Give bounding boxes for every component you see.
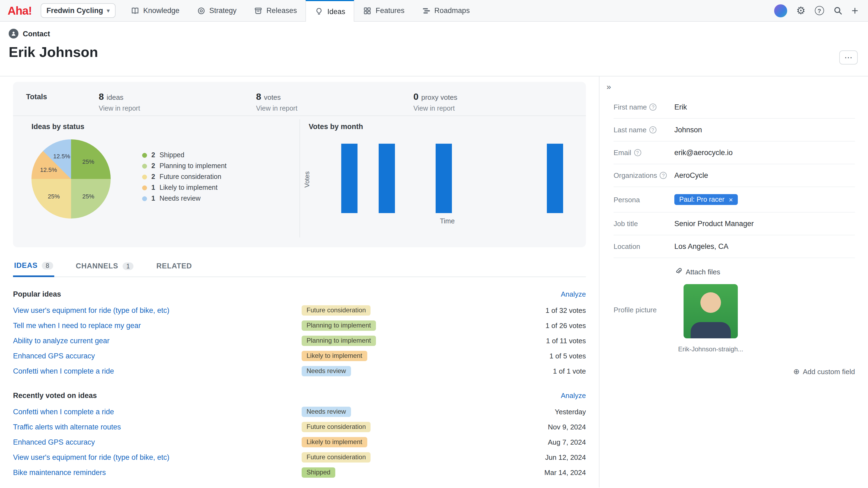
paperclip-icon: [674, 267, 682, 276]
field-value[interactable]: Los Angeles, CA: [674, 242, 855, 251]
analyze-link[interactable]: Analyze: [561, 391, 586, 400]
tab-label: RELATED: [156, 262, 192, 270]
field-label: Profile picture: [614, 267, 674, 353]
field-label: Location: [614, 242, 674, 251]
status-badge: Shipped: [302, 467, 335, 478]
bar: [378, 144, 395, 213]
idea-link[interactable]: Ability to analyze current gear: [13, 336, 302, 345]
totals-label: Totals: [26, 92, 99, 101]
status-badge: Needs review: [302, 366, 351, 376]
status-badge: Likely to implement: [302, 437, 367, 447]
field-value[interactable]: Senior Product Manager: [674, 220, 855, 228]
add-custom-field-link[interactable]: ⊕Add custom field: [614, 367, 855, 376]
field-label-text: Organizations: [614, 171, 657, 180]
persona-badge: Paul: Pro racer×: [674, 194, 738, 205]
stat-unit: votes: [264, 93, 281, 101]
legend-label: Shipped: [159, 151, 184, 159]
stat-unit: proxy votes: [421, 93, 457, 101]
view-in-report-link[interactable]: View in report: [256, 105, 413, 112]
recently-voted-section: Recently voted on ideas Analyze Confetti…: [13, 391, 586, 480]
idea-link[interactable]: Enhanced GPS accuracy: [13, 438, 302, 446]
gear-icon[interactable]: ⚙: [796, 5, 805, 16]
idea-link[interactable]: Tell me when I need to replace my gear: [13, 321, 302, 329]
legend-count: 2: [151, 162, 155, 170]
releases-icon: [254, 6, 262, 15]
contact-fields: First name?ErikLast name?JohnsonEmail?er…: [614, 96, 855, 258]
totals-stats: 8ideasView in report8votesView in report…: [99, 92, 571, 112]
remove-icon[interactable]: ×: [729, 196, 733, 203]
bar-chart-area: [324, 139, 572, 213]
workspace-selector[interactable]: Fredwin Cycling ▾: [40, 3, 116, 18]
add-icon[interactable]: +: [851, 5, 858, 16]
strategy-icon: [197, 6, 206, 15]
nav-item-ideas[interactable]: Ideas: [306, 0, 354, 22]
more-options-button[interactable]: ⋯: [839, 51, 858, 65]
info-icon[interactable]: ?: [650, 104, 657, 110]
idea-link[interactable]: View user's equipment for ride (type of …: [13, 306, 302, 314]
chart-title: Ideas by status: [31, 123, 300, 131]
nav-item-knowledge[interactable]: Knowledge: [122, 0, 188, 22]
analyze-link[interactable]: Analyze: [561, 290, 586, 298]
idea-link[interactable]: Traffic alerts with alternate routes: [13, 423, 302, 431]
aha-logo[interactable]: Aha!: [8, 4, 32, 17]
tab-channels[interactable]: CHANNELS1: [74, 259, 134, 276]
search-icon[interactable]: [833, 6, 842, 15]
info-icon[interactable]: ?: [660, 172, 667, 179]
totals-card: Totals 8ideasView in report8votesView in…: [13, 82, 586, 247]
knowledge-icon: [131, 6, 140, 15]
main-panel: Totals 8ideasView in report8votesView in…: [0, 76, 599, 487]
collapse-sidebar-icon[interactable]: »: [607, 82, 611, 91]
field-value[interactable]: Johnson: [674, 126, 855, 134]
view-in-report-link[interactable]: View in report: [413, 105, 571, 112]
chart-title: Votes by month: [309, 123, 586, 131]
status-badge: Planning to implement: [302, 321, 376, 331]
field-value[interactable]: erik@aerocycle.io: [674, 149, 855, 157]
idea-link[interactable]: Enhanced GPS accuracy: [13, 352, 302, 360]
nav-item-roadmaps[interactable]: Roadmaps: [413, 0, 478, 22]
info-icon[interactable]: ?: [634, 149, 641, 156]
field-value[interactable]: Erik: [674, 103, 855, 111]
tab-label: IDEAS: [14, 261, 38, 269]
field-row-job-title: Job titleSenior Product Manager: [614, 213, 855, 235]
tab-ideas[interactable]: IDEAS8: [13, 259, 54, 277]
user-avatar[interactable]: [774, 4, 787, 17]
info-icon[interactable]: ?: [649, 126, 656, 133]
ideas-icon: [315, 7, 323, 16]
votes-by-month-chart: Votes by month Votes Time: [300, 116, 586, 247]
tab-related[interactable]: RELATED: [155, 259, 193, 276]
idea-row: Enhanced GPS accuracyLikely to implement…: [13, 348, 586, 363]
field-value[interactable]: AeroCycle: [674, 171, 855, 180]
nav-item-label: Roadmaps: [434, 6, 470, 14]
idea-link[interactable]: Bike maintenance reminders: [13, 468, 302, 476]
idea-row: Enhanced GPS accuracyLikely to implement…: [13, 434, 586, 450]
legend-label: Likely to implement: [159, 184, 218, 191]
top-navbar: Aha! Fredwin Cycling ▾ KnowledgeStrategy…: [0, 0, 868, 22]
nav-item-strategy[interactable]: Strategy: [188, 0, 246, 22]
view-in-report-link[interactable]: View in report: [99, 105, 256, 112]
idea-link[interactable]: View user's equipment for ride (type of …: [13, 453, 302, 461]
nav-item-features[interactable]: Features: [354, 0, 413, 22]
idea-row: Bike maintenance remindersShippedMar 14,…: [13, 465, 586, 480]
tab-label: CHANNELS: [76, 262, 118, 270]
profile-photo[interactable]: [684, 284, 738, 338]
idea-meta: 1 of 32 votes: [477, 306, 586, 314]
status-badge: Future consideration: [302, 452, 371, 462]
nav-item-label: Features: [376, 6, 405, 14]
legend-count: 1: [151, 195, 155, 202]
legend-label: Planning to implement: [159, 162, 226, 170]
attach-files-button[interactable]: Attach files: [674, 267, 855, 276]
chevron-down-icon: ▾: [107, 8, 110, 13]
nav-item-releases[interactable]: Releases: [245, 0, 306, 22]
bar: [341, 144, 358, 213]
status-badge: Planning to implement: [302, 336, 376, 346]
nav-item-label: Strategy: [209, 6, 237, 14]
field-label-text: Email: [614, 149, 631, 157]
help-icon[interactable]: ?: [814, 6, 824, 15]
totals-stat: 0proxy votesView in report: [413, 92, 571, 112]
field-value[interactable]: Paul: Pro racer×: [674, 194, 855, 205]
field-label-text: Last name: [614, 126, 646, 134]
bar: [547, 144, 563, 213]
idea-link[interactable]: Confetti when I complete a ride: [13, 367, 302, 375]
pie-legend: 2Shipped2Planning to implement2Future co…: [142, 151, 226, 219]
idea-link[interactable]: Confetti when I complete a ride: [13, 408, 302, 416]
